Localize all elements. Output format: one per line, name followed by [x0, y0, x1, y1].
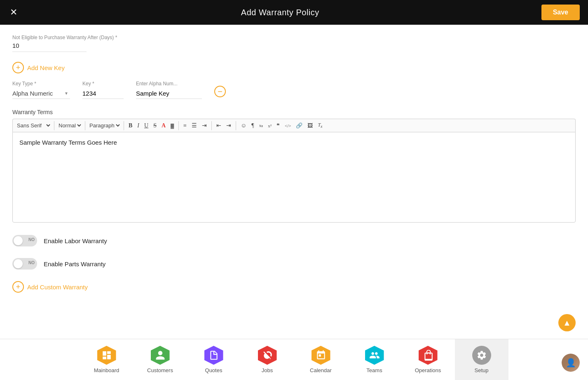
nav-item-setup[interactable]: Setup	[455, 339, 508, 380]
alpha-field: Enter Alpha Num...	[136, 81, 202, 99]
add-custom-icon: +	[12, 281, 24, 293]
days-field: Not Eligible to Purchase Warranty After …	[12, 35, 576, 52]
nav-item-operations[interactable]: Operations	[401, 339, 455, 380]
enable-labor-label: Enable Labor Warranty	[44, 237, 107, 244]
font-family-select[interactable]: Sans Serif Serif Monospace	[15, 122, 52, 129]
paragraph-group: Paragraph Heading 1 Heading 2	[88, 122, 121, 129]
nav-label-mainboard: Mainboard	[94, 367, 119, 373]
add-new-key-button[interactable]: + Add New Key	[12, 62, 65, 73]
nav-item-customers[interactable]: Customers	[134, 339, 187, 380]
days-label: Not Eligible to Purchase Warranty After …	[12, 35, 576, 40]
teams-icon	[365, 346, 384, 365]
enable-labor-toggle[interactable]: NO	[12, 235, 37, 246]
divider-1	[54, 121, 54, 130]
enable-parts-toggle[interactable]: NO	[12, 258, 37, 270]
key-type-wrapper: Alpha Numeric Numeric Alphabetic	[12, 88, 70, 99]
key-field: Key *	[82, 81, 124, 99]
nav-item-quotes[interactable]: Quotes	[187, 339, 241, 380]
add-key-label: Add New Key	[27, 64, 65, 71]
avatar-image: 👤	[562, 354, 580, 372]
jobs-icon	[258, 346, 277, 365]
warranty-terms-label: Warranty Terms	[12, 109, 576, 115]
main-content: Not Eligible to Purchase Warranty After …	[0, 25, 588, 339]
warranty-terms-section: Warranty Terms Sans Serif Serif Monospac…	[12, 109, 576, 223]
nav-label-quotes: Quotes	[205, 367, 223, 373]
align-right-button[interactable]: ⇥	[224, 121, 233, 130]
key-type-field: Key Type * Alpha Numeric Numeric Alphabe…	[12, 81, 70, 99]
mainboard-icon	[97, 346, 116, 365]
nav-label-setup: Setup	[475, 367, 489, 373]
nav-item-mainboard[interactable]: Mainboard	[80, 339, 134, 380]
days-value: 10	[12, 42, 87, 52]
font-size-group: Normal Large Small	[57, 122, 82, 129]
add-key-icon: +	[12, 62, 24, 73]
page-title: Add Warranty Policy	[241, 8, 319, 17]
divider-3	[124, 121, 124, 130]
unordered-list-button[interactable]: ☰	[190, 121, 199, 130]
nav-label-customers: Customers	[147, 367, 173, 373]
link-button[interactable]: 🔗	[294, 121, 305, 130]
operations-icon	[419, 346, 438, 365]
calendar-icon	[312, 346, 330, 365]
warranty-terms-editor[interactable]: Sample Warranty Terms Goes Here	[12, 132, 576, 223]
image-button[interactable]: 🖼	[305, 121, 315, 130]
subscript-button[interactable]: x₂	[257, 122, 265, 129]
nav-item-calendar[interactable]: Calendar	[294, 339, 348, 380]
divider-2	[85, 121, 85, 130]
key-type-label: Key Type *	[12, 81, 70, 87]
superscript-button[interactable]: x²	[266, 122, 274, 129]
quote-button[interactable]: ❝	[274, 121, 282, 130]
scroll-top-button[interactable]: ▲	[558, 314, 576, 331]
key-row: Key Type * Alpha Numeric Numeric Alphabe…	[12, 81, 576, 99]
quotes-icon	[204, 346, 223, 365]
nav-label-teams: Teams	[366, 367, 382, 373]
save-button[interactable]: Save	[541, 5, 580, 20]
font-size-select[interactable]: Normal Large Small	[57, 122, 82, 129]
nav-label-calendar: Calendar	[310, 367, 332, 373]
strikethrough-button[interactable]: S	[151, 121, 159, 130]
align-left-button[interactable]: ⇤	[214, 121, 223, 130]
labor-toggle-no-label: NO	[28, 237, 35, 242]
divider-5	[211, 121, 212, 130]
key-input[interactable]	[82, 88, 124, 99]
indent-button[interactable]: ⇥	[200, 121, 209, 130]
add-custom-label: Add Custom Warranty	[27, 284, 88, 291]
bold-button[interactable]: B	[127, 121, 134, 130]
code-button[interactable]: </>	[283, 122, 293, 129]
bottom-nav: Mainboard Customers Quotes Jobs Calendar…	[0, 339, 588, 380]
setup-icon	[472, 346, 491, 365]
divider-4	[178, 121, 179, 130]
clear-format-button[interactable]: Tx	[316, 121, 324, 130]
emoji-button[interactable]: ☺	[239, 121, 248, 130]
alpha-input[interactable]	[136, 88, 202, 99]
enable-parts-warranty-row: NO Enable Parts Warranty	[12, 258, 576, 270]
paragraph-select[interactable]: Paragraph Heading 1 Heading 2	[88, 122, 121, 129]
nav-label-operations: Operations	[415, 367, 441, 373]
remove-key-button[interactable]: −	[214, 86, 226, 97]
key-type-select[interactable]: Alpha Numeric Numeric Alphabetic	[12, 88, 70, 99]
font-family-group: Sans Serif Serif Monospace	[15, 122, 52, 129]
close-button[interactable]: ✕	[8, 5, 19, 19]
header: ✕ Add Warranty Policy Save	[0, 0, 588, 25]
key-label: Key *	[82, 81, 124, 87]
add-custom-warranty-button[interactable]: + Add Custom Warranty	[12, 281, 88, 293]
italic-button[interactable]: I	[135, 121, 141, 130]
nav-item-jobs[interactable]: Jobs	[241, 339, 294, 380]
enable-labor-warranty-row: NO Enable Labor Warranty	[12, 235, 576, 246]
nav-label-jobs: Jobs	[262, 367, 273, 373]
paragraph-mark-button[interactable]: ¶	[249, 121, 256, 130]
rte-toolbar: Sans Serif Serif Monospace Normal Large …	[12, 119, 576, 132]
parts-toggle-no-label: NO	[28, 260, 35, 265]
avatar[interactable]: 👤	[562, 354, 580, 372]
divider-6	[236, 121, 236, 130]
customers-icon	[151, 346, 170, 365]
nav-item-teams[interactable]: Teams	[348, 339, 401, 380]
enable-parts-label: Enable Parts Warranty	[44, 260, 105, 267]
underline-button[interactable]: U	[142, 121, 150, 130]
highlight-button[interactable]: ▓	[169, 122, 176, 129]
font-color-button[interactable]: A	[159, 121, 168, 130]
alpha-label: Enter Alpha Num...	[136, 81, 202, 87]
ordered-list-button[interactable]: ≡	[181, 121, 189, 130]
